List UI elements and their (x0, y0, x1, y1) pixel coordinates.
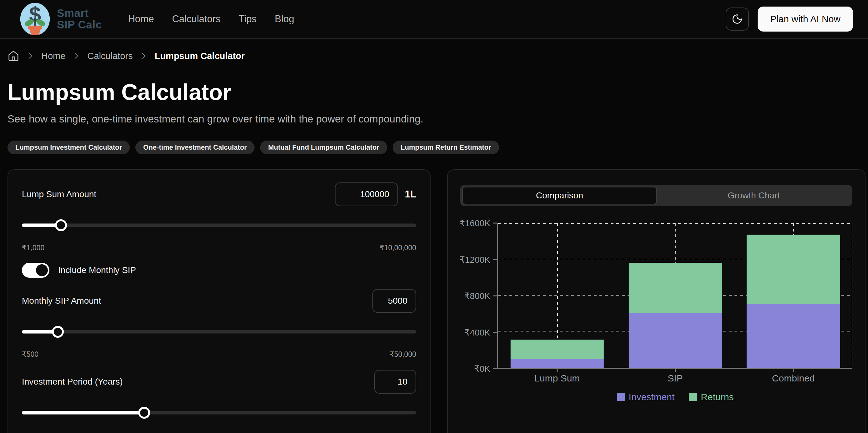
monthly-sip-range: ₹500 ₹50,000 (22, 350, 416, 359)
lump-sum-slider[interactable] (22, 219, 416, 231)
legend-label: Investment (629, 392, 675, 402)
chart-grid: ₹0K₹400K₹800K₹1200K₹1600K (460, 223, 852, 369)
y-axis-label: ₹1200K (459, 254, 490, 265)
slider-fill (22, 411, 144, 414)
chevron-right-icon (26, 52, 34, 60)
x-axis-tick (557, 368, 558, 372)
main-nav: HomeCalculatorsTipsBlog (128, 13, 294, 25)
slider-thumb[interactable] (55, 219, 67, 231)
include-sip-toggle[interactable] (22, 263, 50, 278)
page-title: Lumpsum Calculator (7, 79, 866, 105)
tab-growth-chart[interactable]: Growth Chart (657, 187, 850, 204)
investment-period-label: Investment Period (Years) (22, 377, 374, 387)
theme-toggle-button[interactable] (726, 7, 749, 31)
investment-period-slider[interactable] (22, 407, 416, 419)
investment-period-row: Investment Period (Years) (22, 370, 416, 394)
brand-line1: Smart (57, 7, 102, 19)
legend-item-returns: Returns (689, 392, 734, 402)
comparison-chart: ₹0K₹400K₹800K₹1200K₹1600K Lump SumSIPCom… (460, 223, 852, 402)
nav-link-calculators[interactable]: Calculators (172, 13, 220, 25)
chart-tabs: Comparison Growth Chart (460, 185, 852, 206)
x-axis-labels: Lump SumSIPCombined (498, 373, 852, 384)
nav-link-home[interactable]: Home (128, 13, 154, 25)
x-axis-tick (793, 368, 794, 372)
page: $ Smart SIP Calc HomeCalculatorsTipsBlog… (0, 0, 868, 433)
x-axis-label-combined: Combined (734, 373, 852, 384)
y-axis-tick (493, 332, 497, 333)
bar-lump-sum-investment (510, 359, 604, 368)
bar-sip-returns (628, 263, 722, 314)
brand-line2: SIP Calc (57, 19, 102, 31)
home-icon[interactable] (7, 50, 20, 62)
chart-legend: InvestmentReturns (498, 392, 852, 402)
page-subtitle: See how a single, one-time investment ca… (7, 113, 866, 125)
monthly-sip-label: Monthly SIP Amount (22, 296, 372, 306)
dollar-plant-logo-icon: $ (20, 2, 51, 36)
slider-thumb[interactable] (138, 407, 150, 419)
monthly-sip-min: ₹500 (22, 350, 38, 359)
legend-swatch-icon (689, 393, 697, 401)
y-axis-label: ₹0K (474, 364, 490, 374)
legend-label: Returns (701, 392, 734, 402)
monthly-sip-slider[interactable] (22, 326, 416, 338)
y-axis-tick (493, 296, 497, 297)
lump-sum-min: ₹1,000 (22, 244, 44, 252)
monthly-sip-row: Monthly SIP Amount (22, 289, 416, 313)
moon-icon (732, 13, 743, 25)
breadcrumb: HomeCalculatorsLumpsum Calculator (7, 50, 866, 62)
chip-lumpsum-investment-calculator: Lumpsum Investment Calculator (7, 141, 130, 154)
slider-track[interactable] (22, 330, 416, 334)
y-axis-tick (493, 223, 497, 224)
lump-sum-input[interactable] (335, 182, 398, 206)
brand-name: Smart SIP Calc (57, 7, 102, 31)
chip-lumpsum-return-estimator: Lumpsum Return Estimator (393, 141, 499, 154)
bar-lump-sum-returns (510, 340, 604, 359)
investment-period-input[interactable] (374, 370, 416, 394)
legend-swatch-icon (617, 393, 625, 401)
lump-sum-label: Lump Sum Amount (22, 189, 335, 199)
keyword-chips: Lumpsum Investment CalculatorOne-time In… (7, 141, 866, 154)
chevron-right-icon (72, 52, 80, 60)
bar-combined-returns (747, 235, 840, 304)
bar-combined-investment (747, 304, 840, 368)
breadcrumb-home[interactable]: Home (41, 51, 65, 61)
monthly-sip-max: ₹50,000 (390, 350, 416, 359)
include-sip-row: Include Monthly SIP (22, 263, 416, 278)
lump-sum-short-value: 1L (405, 189, 416, 200)
y-axis-tick (493, 368, 497, 369)
lump-sum-max: ₹10,00,000 (380, 244, 416, 252)
calculator-panel: Lump Sum Amount 1L ₹1,000 ₹10,00,000 (7, 169, 431, 433)
slider-thumb[interactable] (52, 326, 64, 338)
monthly-sip-input[interactable] (372, 289, 416, 313)
y-axis-label: ₹1600K (459, 218, 490, 228)
header-actions: Plan with AI Now (726, 6, 853, 32)
x-axis-tick (675, 368, 676, 372)
tab-comparison[interactable]: Comparison (462, 187, 657, 204)
toggle-knob (36, 264, 48, 276)
legend-item-investment: Investment (617, 392, 675, 402)
y-axis-label: ₹400K (464, 327, 490, 337)
nav-link-blog[interactable]: Blog (275, 13, 294, 25)
x-axis-label-lump-sum: Lump Sum (498, 373, 616, 384)
include-sip-label: Include Monthly SIP (58, 265, 136, 275)
bar-sip-investment (628, 313, 722, 368)
chip-one-time-investment-calculator: One-time Investment Calculator (135, 141, 254, 154)
chevron-right-icon (140, 52, 148, 60)
content-columns: Lump Sum Amount 1L ₹1,000 ₹10,00,000 (7, 169, 866, 433)
gridline-vertical-edge (852, 223, 852, 368)
plan-with-ai-button[interactable]: Plan with AI Now (757, 6, 853, 32)
header: $ Smart SIP Calc HomeCalculatorsTipsBlog… (0, 0, 868, 39)
main-content: HomeCalculatorsLumpsum Calculator Lumpsu… (0, 50, 868, 433)
y-axis: ₹0K₹400K₹800K₹1200K₹1600K (460, 223, 497, 369)
y-axis-label: ₹800K (464, 291, 490, 301)
breadcrumb-lumpsum-calculator: Lumpsum Calculator (154, 51, 245, 61)
breadcrumb-calculators[interactable]: Calculators (87, 51, 132, 61)
nav-link-tips[interactable]: Tips (239, 13, 256, 25)
brand-logo[interactable]: $ Smart SIP Calc (20, 2, 102, 36)
chip-mutual-fund-lumpsum-calculator: Mutual Fund Lumpsum Calculator (260, 141, 387, 154)
slider-track[interactable] (22, 224, 416, 227)
plot-area (497, 223, 852, 369)
lump-sum-row: Lump Sum Amount 1L (22, 182, 416, 206)
lump-sum-range: ₹1,000 ₹10,00,000 (22, 244, 416, 252)
chart-panel: Comparison Growth Chart ₹0K₹400K₹800K₹12… (447, 169, 866, 433)
